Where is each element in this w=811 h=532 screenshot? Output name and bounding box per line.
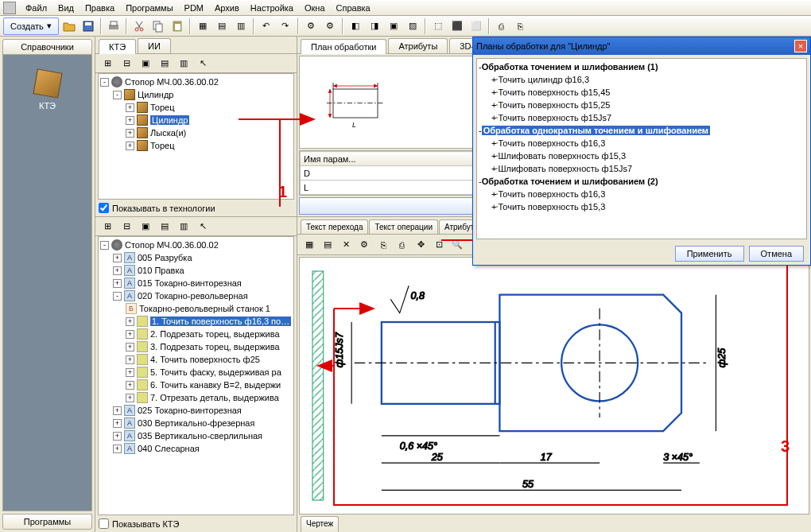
kte-icon[interactable]: [33, 68, 62, 98]
ops-sub[interactable]: 3. Подрезать торец, выдержива: [150, 342, 280, 351]
tb-icon[interactable]: ▥: [232, 17, 250, 35]
ops-sub[interactable]: 5. Точить фаску, выдерживая ра: [150, 367, 281, 377]
tb-icon[interactable]: ⊞: [99, 218, 116, 235]
tree-item[interactable]: Торец: [150, 103, 175, 112]
save-icon[interactable]: [80, 17, 97, 35]
plan-item[interactable]: Точить поверхность ф15,3: [498, 202, 605, 212]
dtab[interactable]: Текст операции: [369, 219, 438, 234]
tb-icon[interactable]: ⚙: [302, 17, 320, 35]
ops-item[interactable]: 010 Правка: [138, 266, 184, 275]
plan-item[interactable]: Точить поверхность ф15Js7: [498, 113, 611, 122]
drawing-area[interactable]: ф15Js7 ф25 0,6 ×45° 25 17 3 ×45°: [299, 257, 809, 515]
tb-icon[interactable]: ◨: [366, 17, 383, 35]
close-icon[interactable]: ×: [794, 40, 807, 52]
ops-tree[interactable]: -Стопор МЧ.00.36.00.02 +A005 Разрубка +A…: [98, 236, 294, 515]
tb-icon[interactable]: ⊟: [118, 218, 135, 235]
popup-tree[interactable]: -Обработка точением и шлифованием (1) +Т…: [476, 58, 807, 239]
ops-sub[interactable]: 4. Точить поверхность ф25: [150, 355, 260, 364]
tab-attrs[interactable]: Атрибуты: [388, 38, 448, 53]
tb-icon[interactable]: ⎘: [374, 236, 392, 254]
plan-group[interactable]: Обработка точением и шлифованием (1): [482, 62, 658, 72]
tb-icon[interactable]: ⬚: [429, 17, 447, 35]
tb-icon[interactable]: ⚙: [321, 17, 339, 35]
tb-icon[interactable]: ▤: [156, 218, 173, 235]
tb-icon[interactable]: ⚙: [355, 236, 373, 254]
tree-item[interactable]: Торец: [150, 141, 175, 150]
menu-view[interactable]: Вид: [53, 2, 79, 14]
plan-group[interactable]: Обработка точением и шлифованием (2): [482, 177, 658, 186]
tb-icon[interactable]: ▥: [175, 55, 192, 72]
menu-help[interactable]: Справка: [332, 2, 375, 14]
ops-sub[interactable]: Токарно-револьверный станок 1: [139, 304, 270, 313]
plan-item[interactable]: Точить поверхность ф15,45: [498, 87, 610, 97]
show-kte-checkbox[interactable]: [99, 518, 109, 529]
ops-item[interactable]: 030 Вертикально-фрезерная: [138, 418, 254, 428]
plan-item[interactable]: Шлифовать поверхность ф15,3: [498, 151, 626, 161]
tree-item[interactable]: Лыска(и): [150, 128, 186, 138]
menu-file[interactable]: Файл: [21, 2, 52, 14]
plan-group-selected[interactable]: Обработка однократным точением и шлифова…: [482, 126, 710, 135]
tb-icon[interactable]: ▣: [137, 55, 154, 72]
tb-icon[interactable]: ▤: [156, 55, 173, 72]
show-tech-checkbox[interactable]: [99, 203, 109, 213]
tb-icon[interactable]: ⬛: [448, 17, 466, 35]
plan-item[interactable]: Точить цилиндр ф16,3: [498, 75, 589, 84]
ops-item[interactable]: 035 Вертикально-сверлильная: [138, 431, 262, 441]
ops-root[interactable]: Стопор МЧ.00.36.00.02: [125, 240, 219, 250]
tb-icon[interactable]: ⊟: [118, 55, 135, 72]
copy-icon[interactable]: [149, 17, 167, 35]
tb-icon[interactable]: ◧: [347, 17, 364, 35]
redo-icon[interactable]: ↷: [277, 17, 294, 35]
ops-item[interactable]: 020 Токарно-револьверная: [138, 291, 248, 301]
cancel-button[interactable]: Отмена: [749, 246, 804, 262]
ops-sub[interactable]: 6. Точить канавку B=2, выдержи: [150, 380, 281, 390]
tb-icon[interactable]: ⎙: [493, 17, 510, 35]
tb-icon[interactable]: ▦: [194, 17, 211, 35]
ops-item[interactable]: 015 Токарно-винторезная: [138, 278, 242, 288]
tb-icon[interactable]: ▤: [319, 236, 336, 254]
tb-icon[interactable]: ⬜: [468, 17, 485, 35]
print-icon[interactable]: [105, 17, 122, 35]
menu-programs[interactable]: Программы: [121, 2, 177, 14]
bottom-tab[interactable]: Чертеж: [301, 516, 339, 532]
apply-button[interactable]: Применить: [675, 246, 744, 262]
tb-icon[interactable]: ▥: [175, 218, 192, 235]
create-button[interactable]: Создать▾: [3, 17, 59, 35]
tb-icon[interactable]: ▨: [404, 17, 421, 35]
ops-item[interactable]: 040 Слесарная: [138, 444, 200, 453]
ops-item[interactable]: 025 Токарно-винторезная: [138, 406, 242, 415]
feature-tree[interactable]: -Стопор МЧ.00.36.00.02 -Цилиндр +Торец +…: [98, 73, 294, 200]
tree-root[interactable]: Стопор МЧ.00.36.00.02: [125, 77, 219, 87]
open-icon[interactable]: [60, 17, 78, 35]
tree-item[interactable]: Цилиндр: [138, 90, 173, 99]
menu-edit[interactable]: Правка: [80, 2, 119, 14]
menu-pdm[interactable]: PDM: [180, 2, 208, 14]
move-icon[interactable]: ✥: [412, 236, 429, 254]
tb-icon[interactable]: ▦: [301, 236, 318, 254]
tab-ii[interactable]: ИИ: [138, 38, 171, 53]
ops-sub-selected[interactable]: 1. Точить поверхность ф16,3 по…: [150, 316, 291, 326]
popup-titlebar[interactable]: Планы обработки для "Цилиндр" ×: [473, 37, 810, 55]
plan-item[interactable]: Точить поверхность ф16,3: [498, 138, 605, 148]
tab-plan[interactable]: План обработки: [301, 39, 386, 54]
tb-icon[interactable]: ▣: [385, 17, 402, 35]
tab-references[interactable]: Справочники: [2, 39, 92, 55]
tab-programs[interactable]: Программы: [2, 514, 92, 530]
menu-settings[interactable]: Настройка: [246, 2, 298, 14]
paste-icon[interactable]: [169, 17, 186, 35]
tb-icon[interactable]: ⎘: [512, 17, 530, 35]
ops-sub[interactable]: 7. Отрезать деталь, выдержива: [150, 393, 279, 402]
zoom-fit-icon[interactable]: ⊡: [430, 236, 448, 254]
undo-icon[interactable]: ↶: [258, 17, 275, 35]
tb-icon[interactable]: ▣: [137, 218, 154, 235]
plan-item[interactable]: Шлифовать поверхность ф15Js7: [498, 164, 632, 173]
tree-item-selected[interactable]: Цилиндр: [150, 115, 189, 125]
ops-sub[interactable]: 2. Подрезать торец, выдержива: [150, 329, 280, 339]
menu-archive[interactable]: Архив: [210, 2, 244, 14]
cut-icon[interactable]: [130, 17, 148, 35]
plan-item[interactable]: Точить поверхность ф15,25: [498, 100, 610, 110]
arrow-icon[interactable]: ↖: [194, 55, 211, 72]
dtab[interactable]: Текст перехода: [301, 219, 368, 234]
zoom-icon[interactable]: 🔍: [448, 236, 466, 254]
arrow-icon[interactable]: ↖: [194, 218, 211, 235]
